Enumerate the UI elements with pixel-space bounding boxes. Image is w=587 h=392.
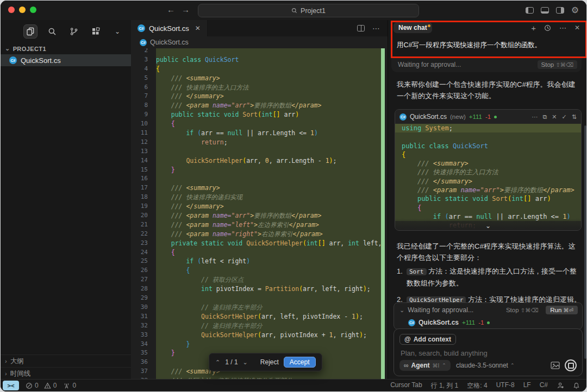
code-line: 27 // 获取分区点 [131,275,388,284]
code-line: 33 QuickSortHelper(arr, pivotIndex + 1, … [131,331,388,340]
code-card-filename[interactable]: QuickSort.cs [410,113,447,121]
project-section-header[interactable]: ⌄ PROJECT1 [1,42,131,54]
timeline-section[interactable]: › 时间线 [1,367,131,380]
file-row-quicksort[interactable]: C# QuickSort.cs [1,54,131,66]
source-control-icon[interactable] [67,24,81,39]
accept-file-icon[interactable]: ✓ [562,113,567,121]
expand-icon[interactable]: ⇅ [572,113,577,121]
toggle-primary-sidebar-icon[interactable] [526,7,534,14]
status-item[interactable]: UTF-8 [496,381,515,390]
code-line: { [395,150,581,159]
csharp-file-icon: C# [399,113,407,121]
forward-arrow-icon[interactable]: → [182,5,190,14]
status-item[interactable]: C# [540,381,548,390]
code-line: 17 /// <summary> [131,184,388,193]
code-editor[interactable]: 23public class QuickSort4{5 /// <summary… [131,48,388,380]
at-icon: @ [404,336,411,343]
copy-icon[interactable]: ⧉ [542,113,547,121]
status-item[interactable]: 空格: 4 [467,381,487,390]
csharp-file-icon: C# [9,56,17,64]
image-icon[interactable] [551,362,560,369]
code-line: 34 } [131,340,388,349]
code-line: 30 // 递归排序左半部分 [131,303,388,312]
code-line: 26 { [131,266,388,275]
code-line: { [395,204,581,212]
waiting-status: Waiting for approval... [398,61,461,68]
more-options-icon[interactable]: ⋯ [559,24,566,32]
timeline-label: 时间线 [10,369,31,378]
reject-file-icon[interactable]: ✕ [552,113,557,121]
run-button[interactable]: Run ⌘⏎ [546,306,578,314]
added-count: +111 [462,319,475,326]
code-line: 23 private static void QuickSortHelper(i… [131,239,388,248]
user-prompt: 用C#写一段程序实现快速排序一个数组的函数。 [397,41,579,50]
problems-indicator[interactable]: 0 0 [26,382,57,389]
zoom-window-button[interactable] [30,7,36,13]
history-icon[interactable] [544,24,551,31]
chat-tab[interactable]: New chat [394,22,432,33]
breadcrumb-file: QuickSort.cs [150,39,189,46]
code-line: public class QuickSort [395,142,581,150]
accept-button[interactable]: Accept [284,357,316,368]
prev-change-icon[interactable]: ⌃ [215,359,220,366]
chevron-icon: ⌃ [510,363,515,368]
extensions-icon[interactable] [89,24,103,39]
chat-title: New chat [398,24,427,31]
stop-button[interactable]: Stop ⇧⌘⌫ [538,60,577,69]
status-item[interactable]: LF [523,381,531,390]
traffic-lights [8,7,36,13]
more-icon[interactable]: ⋯ [532,113,538,121]
new-badge: (new) [450,113,466,120]
search-icon[interactable] [45,24,59,39]
toggle-secondary-sidebar-icon[interactable] [556,7,564,14]
status-item[interactable]: 行 1, 列 1 [431,381,459,390]
code-line: 2 [131,48,388,55]
chat-scrollbar[interactable] [584,125,586,359]
window-title: Project1 [301,7,326,15]
code-chip: Sort [407,268,427,275]
approval-card: ⌄ Waiting for approval... Stop ⇧⌘⌫ Run ⌘… [394,302,583,330]
model-selector[interactable]: claude-3.5-sonnet ⌃ [456,362,515,369]
warning-icon [44,382,51,389]
chevron-down-icon[interactable]: ⌄ [110,24,124,39]
changed-file-name[interactable]: QuickSort.cs [419,319,459,326]
more-actions-icon[interactable]: ⋯ [372,24,380,33]
reject-button[interactable]: Reject [260,358,279,366]
expand-chevron-icon[interactable]: ⌄ [485,222,491,230]
code-line: 28 int pivotIndex = Partition(arr, left,… [131,284,388,294]
toggle-panel-icon[interactable] [541,7,549,14]
ports-indicator[interactable]: 0 [63,382,76,389]
minimize-window-button[interactable] [19,7,26,13]
tab-quicksort[interactable]: C# QuickSort.cs ✕ [131,20,208,36]
remote-indicator[interactable]: >< [3,381,19,390]
close-window-button[interactable] [8,7,15,13]
added-count: +111 [469,113,482,120]
add-context-chip[interactable]: @ Add context [399,334,456,345]
activity-bar: ⌄ [1,20,131,42]
error-icon [26,382,33,389]
split-editor-icon[interactable] [357,25,365,31]
chevron-down-icon[interactable]: ⌄ [399,307,404,314]
agent-mode-selector[interactable]: ∞ Agent ⌘I ⌃ [399,360,451,371]
diff-review-widget: ⌃ 1 / 1 ⌄ Reject Accept [209,353,322,371]
breadcrumb[interactable]: C# QuickSort.cs [131,36,388,48]
account-icon[interactable] [557,382,564,389]
bell-icon[interactable] [573,382,580,389]
close-tab-icon[interactable]: ✕ [195,24,201,32]
file-name: QuickSort.cs [21,56,61,65]
stop-button[interactable]: Stop ⇧⌘⌫ [506,307,538,313]
next-change-icon[interactable]: ⌄ [243,359,248,366]
explorer-icon[interactable] [23,24,38,39]
close-chat-icon[interactable]: ✕ [574,24,580,31]
new-chat-icon[interactable]: + [531,23,536,33]
status-item[interactable]: Cursor Tab [390,381,422,390]
settings-gear-icon[interactable]: ⚙ [571,6,579,15]
command-center-search[interactable]: Project1 [198,4,419,17]
code-line: 13 [131,147,388,156]
stop-generating-button[interactable] [565,359,577,371]
chat-input-box[interactable]: @ Add context Plan, search, build anythi… [394,328,583,376]
back-arrow-icon[interactable]: ← [167,5,175,14]
code-line: 29 [131,294,388,303]
outline-section[interactable]: › 大纲 [1,355,131,367]
change-position: 1 / 1 [225,358,238,366]
